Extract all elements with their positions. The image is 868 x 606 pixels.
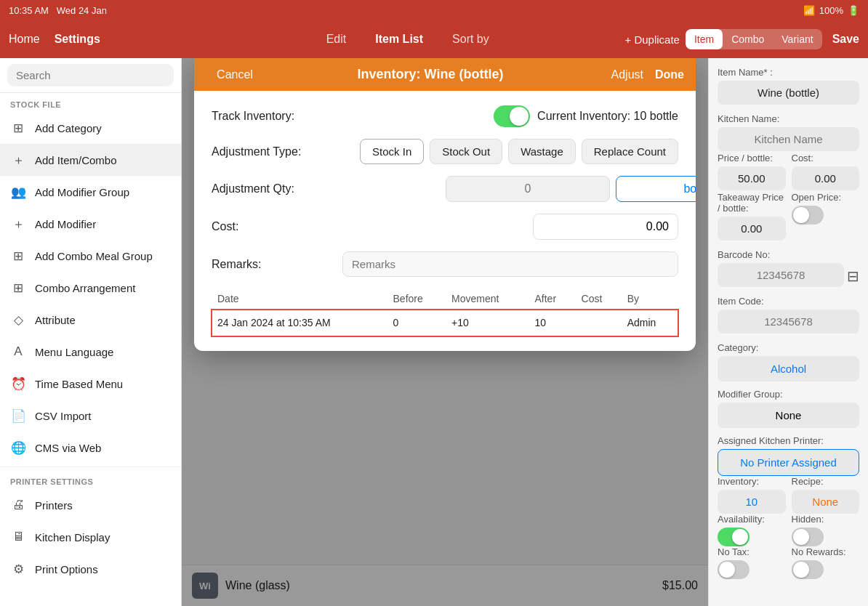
sidebar-label-add-modifier-group: Add Modifier Group (35, 186, 129, 198)
adj-qty-field[interactable] (446, 176, 610, 202)
barcode-label: Barcode No: (718, 249, 859, 260)
modal-header-actions: Adjust Done (597, 68, 684, 81)
sidebar-item-add-category[interactable]: ⊞ Add Category (0, 112, 181, 144)
modifier-group-label: Modifier Group: (718, 389, 859, 400)
adjustment-type-buttons: Stock In Stock Out Wastage Replace Count (342, 139, 678, 164)
toggle-thumb-notax (719, 562, 735, 578)
adj-unit-field[interactable] (616, 176, 696, 202)
edit-button[interactable]: Edit (326, 33, 347, 46)
notax-toggle[interactable] (718, 560, 750, 579)
modifier-group-button[interactable]: None (718, 403, 859, 428)
modal-cancel-button[interactable]: Cancel (206, 68, 264, 81)
status-time: 10:35 AM Wed 24 Jan (9, 5, 107, 16)
adj-type-wastage[interactable]: Wastage (508, 139, 576, 164)
sidebar-item-kitchen-display[interactable]: 🖥 Kitchen Display (0, 521, 181, 553)
modal-done-button[interactable]: Done (655, 68, 684, 81)
search-input[interactable] (7, 64, 174, 86)
sidebar-item-cms-via-web[interactable]: 🌐 CMS via Web (0, 432, 181, 464)
segment-variant[interactable]: Variant (773, 29, 821, 49)
remarks-input[interactable] (342, 251, 678, 277)
sidebar-item-add-modifier-group[interactable]: 👥 Add Modifier Group (0, 176, 181, 208)
recipe-col: Recipe: None (792, 476, 860, 514)
kitchen-name-field[interactable] (718, 127, 859, 151)
item-name-field[interactable] (718, 81, 859, 105)
inventory-table-body: 24 Jan 2024 at 10:35 AM 0 +10 10 Admin (212, 310, 678, 336)
attribute-icon: ◇ (10, 312, 26, 328)
sidebar-item-add-item-combo[interactable]: ＋ Add Item/Combo (0, 144, 181, 176)
assigned-kitchen-button[interactable]: No Printer Assigned (718, 449, 859, 476)
item-list-button[interactable]: Item List (375, 33, 423, 46)
status-bar: 10:35 AM Wed 24 Jan 📶 100% 🔋 (0, 0, 868, 20)
sidebar-item-print-options[interactable]: ⚙ Print Options (0, 553, 181, 585)
recipe-value[interactable]: None (792, 490, 860, 514)
price-field[interactable] (718, 166, 786, 190)
cost-field[interactable] (792, 166, 860, 190)
adjustment-qty-inputs (342, 176, 678, 202)
modal-adjust-button[interactable]: Adjust (611, 68, 643, 81)
sidebar-item-time-based-menu[interactable]: ⏰ Time Based Menu (0, 368, 181, 400)
barcode-field[interactable] (718, 263, 844, 287)
sidebar-item-combo-arrangement[interactable]: ⊞ Combo Arrangement (0, 272, 181, 304)
takeaway-price-label: Takeaway Price / bottle: (718, 192, 786, 214)
availability-col: Availability: (718, 514, 786, 546)
item-code-field[interactable] (718, 310, 859, 334)
cost-value-area (342, 214, 678, 240)
takeaway-open-row: Takeaway Price / bottle: Open Price: (718, 192, 859, 242)
sidebar-search-container (0, 58, 181, 93)
cost-label: Cost: (212, 220, 342, 233)
sidebar-label-printers: Printers (35, 499, 73, 512)
hidden-toggle[interactable] (792, 528, 824, 546)
track-inventory-value: Current Inventory: 10 bottle (342, 105, 678, 127)
norewards-label: No Rewards: (792, 546, 860, 557)
segment-item[interactable]: Item (686, 29, 723, 49)
language-icon: A (10, 344, 26, 360)
sidebar-item-csv-import[interactable]: 📄 CSV Import (0, 400, 181, 432)
sidebar-item-menu-language[interactable]: A Menu Language (0, 336, 181, 368)
open-price-col: Open Price: (792, 192, 860, 242)
sidebar-item-attribute[interactable]: ◇ Attribute (0, 304, 181, 336)
duplicate-button[interactable]: + Duplicate (624, 33, 679, 46)
inventory-label: Inventory: (718, 476, 786, 487)
adj-qty-input-group (446, 176, 678, 202)
modal-overlay: Cancel Inventory: Wine (bottle) Adjust D… (182, 58, 708, 606)
arrangement-icon: ⊞ (10, 280, 26, 296)
track-inventory-toggle[interactable] (494, 105, 530, 127)
home-button[interactable]: Home (9, 33, 40, 46)
adj-type-replace-count[interactable]: Replace Count (582, 139, 678, 164)
notax-norewards-row: No Tax: No Rewards: (718, 546, 859, 579)
barcode-row: ⊟ (718, 263, 859, 288)
settings-button[interactable]: Settings (55, 33, 100, 46)
category-button[interactable]: Alcohol (718, 356, 859, 381)
inventory-table-wrapper: Date Before Movement After Cost By (212, 288, 678, 336)
open-price-toggle[interactable] (792, 206, 824, 225)
segment-combo[interactable]: Combo (723, 29, 773, 49)
adj-type-stock-out[interactable]: Stock Out (430, 139, 502, 164)
modal-title: Inventory: Wine (bottle) (264, 67, 597, 82)
barcode-scan-icon[interactable]: ⊟ (847, 267, 859, 285)
modal-header: Cancel Inventory: Wine (bottle) Adjust D… (194, 58, 696, 91)
norewards-toggle[interactable] (792, 560, 824, 579)
inventory-recipe-row: Inventory: 10 Recipe: None (718, 476, 859, 514)
cost-input[interactable] (533, 214, 678, 240)
modal-content: Track Inventory: Current Inventory: 10 b… (194, 91, 696, 351)
inventory-value[interactable]: 10 (718, 490, 786, 514)
plus-icon: ＋ (10, 152, 26, 168)
cell-before: 0 (387, 310, 446, 336)
csv-icon: 📄 (10, 408, 26, 424)
sort-by-button[interactable]: Sort by (452, 33, 489, 46)
right-panel: Item Name* : Kitchen Name: Price / bottl… (708, 58, 868, 606)
save-button[interactable]: Save (832, 33, 859, 46)
sidebar-item-add-combo-meal-group[interactable]: ⊞ Add Combo Meal Group (0, 240, 181, 272)
availability-toggle[interactable] (718, 528, 750, 546)
sidebar-item-printers[interactable]: 🖨 Printers (0, 489, 181, 521)
cost-row: Cost: (212, 214, 678, 240)
track-inventory-label: Track Inventory: (212, 110, 342, 123)
col-header-cost: Cost (576, 288, 622, 310)
sidebar-item-add-modifier[interactable]: ＋ Add Modifier (0, 208, 181, 240)
adj-type-stock-in[interactable]: Stock In (360, 139, 424, 164)
hidden-col: Hidden: (792, 514, 860, 546)
recipe-label: Recipe: (792, 476, 860, 487)
assigned-kitchen-label: Assigned Kitchen Printer: (718, 435, 859, 446)
takeaway-price-field[interactable] (718, 217, 786, 241)
segment-control: Item Combo Variant (686, 29, 822, 49)
